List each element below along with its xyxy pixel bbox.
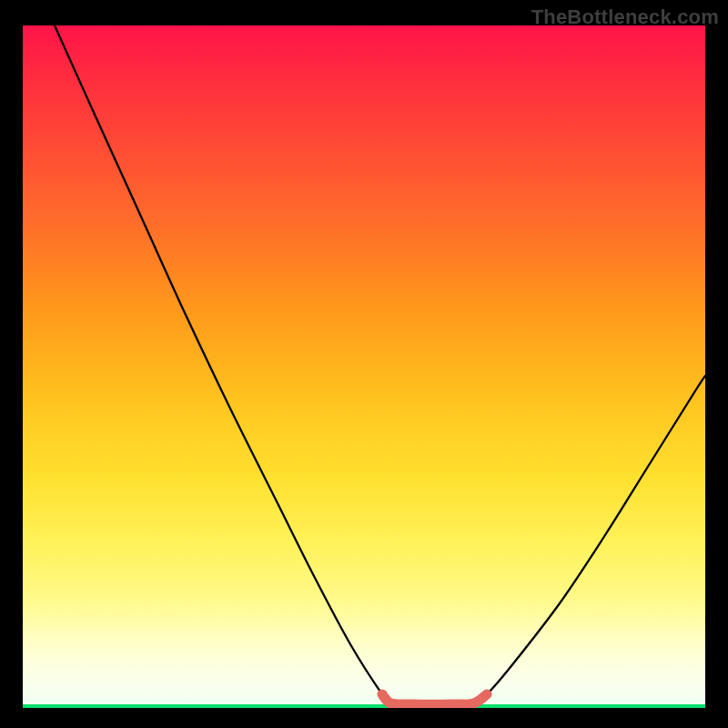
thermal-gradient-background [23,25,705,708]
watermark-text: TheBottleneck.com [531,5,719,29]
plot-area [23,25,705,708]
green-bottom-band [23,704,705,708]
app-root: TheBottleneck.com [0,0,728,728]
